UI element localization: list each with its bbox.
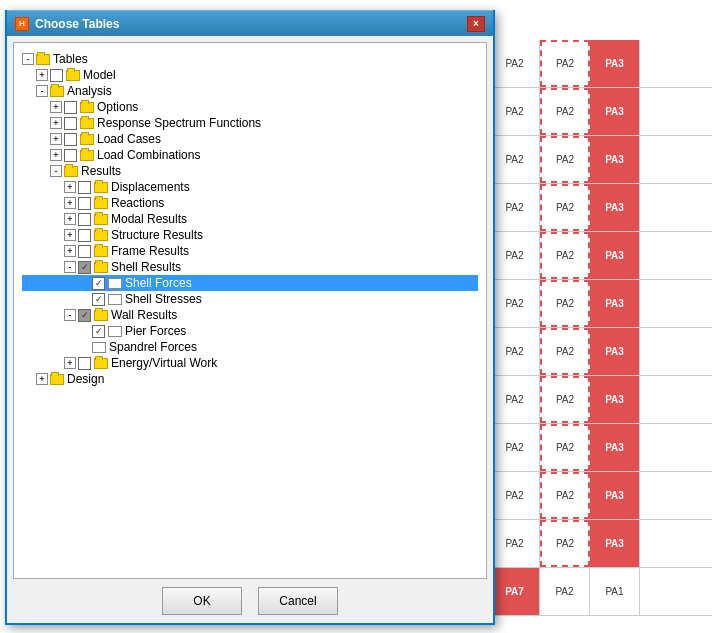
leaf-icon-spandrel-forces [92,342,106,353]
expand-btn-tables[interactable]: - [22,53,34,65]
checkbox-frame-results[interactable] [78,245,91,258]
spreadsheet-cell: PA2 [540,568,590,615]
spreadsheet-cell: PA2 [540,88,590,135]
folder-icon-displacements [94,182,108,193]
tree-container: -Tables+Model-Analysis+Options+Response … [13,42,487,579]
tree-item-shell-results[interactable]: -Shell Results [22,259,478,275]
spreadsheet-cell: PA3 [590,520,640,567]
spreadsheet-cell: PA2 [540,184,590,231]
expand-btn-load-cases[interactable]: + [50,133,62,145]
folder-icon-wall-results [94,310,108,321]
expand-btn-wall-results[interactable]: - [64,309,76,321]
tree-item-modal-results[interactable]: +Modal Results [22,211,478,227]
tree-label-wall-results: Wall Results [111,308,177,322]
tree-item-energy-virtual-work[interactable]: +Energy/Virtual Work [22,355,478,371]
spreadsheet-cell: PA2 [490,472,540,519]
spreadsheet-row: PA7PA2PA1 [490,568,712,616]
checkbox-reactions[interactable] [78,197,91,210]
tree-item-options[interactable]: +Options [22,99,478,115]
expand-btn-structure-results[interactable]: + [64,229,76,241]
checkbox-shell-forces[interactable] [92,277,105,290]
leaf-icon-shell-stresses [108,294,122,305]
dialog-title-bar: H Choose Tables × [7,10,493,36]
tree-label-shell-forces: Shell Forces [125,276,192,290]
tree-item-shell-forces[interactable]: Shell Forces [22,275,478,291]
checkbox-load-cases[interactable] [64,133,77,146]
checkbox-shell-results[interactable] [78,261,91,274]
tree-item-structure-results[interactable]: +Structure Results [22,227,478,243]
expand-btn-reactions[interactable]: + [64,197,76,209]
expand-btn-response-spectrum[interactable]: + [50,117,62,129]
checkbox-displacements[interactable] [78,181,91,194]
spreadsheet-row: PA2PA2PA3 [490,232,712,280]
checkbox-structure-results[interactable] [78,229,91,242]
spreadsheet-cell: PA2 [540,40,590,87]
spreadsheet-row: PA2PA2PA3 [490,424,712,472]
spreadsheet-cell: PA2 [540,328,590,375]
tree-item-results[interactable]: -Results [22,163,478,179]
spreadsheet-cell: PA3 [590,472,640,519]
ok-button[interactable]: OK [162,587,242,615]
tree-label-modal-results: Modal Results [111,212,187,226]
checkbox-modal-results[interactable] [78,213,91,226]
spreadsheet-cell: PA2 [490,328,540,375]
expand-btn-displacements[interactable]: + [64,181,76,193]
expand-btn-options[interactable]: + [50,101,62,113]
spreadsheet-cell: PA2 [540,136,590,183]
tree-label-model: Model [83,68,116,82]
checkbox-energy-virtual-work[interactable] [78,357,91,370]
tree-item-tables[interactable]: -Tables [22,51,478,67]
folder-icon-frame-results [94,246,108,257]
expand-btn-model[interactable]: + [36,69,48,81]
checkbox-load-combinations[interactable] [64,149,77,162]
spreadsheet-cell: PA2 [490,520,540,567]
folder-icon-model [66,70,80,81]
spreadsheet-cell: PA3 [590,328,640,375]
folder-icon-structure-results [94,230,108,241]
checkbox-wall-results[interactable] [78,309,91,322]
tree-item-pier-forces[interactable]: Pier Forces [22,323,478,339]
tree-item-reactions[interactable]: +Reactions [22,195,478,211]
tree-item-spandrel-forces[interactable]: Spandrel Forces [22,339,478,355]
spreadsheet-cell: PA2 [540,376,590,423]
tree-label-energy-virtual-work: Energy/Virtual Work [111,356,217,370]
tree-item-displacements[interactable]: +Displacements [22,179,478,195]
checkbox-pier-forces[interactable] [92,325,105,338]
dialog-footer: OK Cancel [7,579,493,623]
expand-btn-energy-virtual-work[interactable]: + [64,357,76,369]
checkbox-model[interactable] [50,69,63,82]
expand-btn-design[interactable]: + [36,373,48,385]
checkbox-shell-stresses[interactable] [92,293,105,306]
tree-item-response-spectrum[interactable]: +Response Spectrum Functions [22,115,478,131]
spreadsheet-cell: PA3 [590,184,640,231]
expand-btn-shell-results[interactable]: - [64,261,76,273]
expand-btn-load-combinations[interactable]: + [50,149,62,161]
tree-item-model[interactable]: +Model [22,67,478,83]
tree-label-reactions: Reactions [111,196,164,210]
tree-item-design[interactable]: +Design [22,371,478,387]
spreadsheet-cell: PA2 [540,472,590,519]
tree-item-load-cases[interactable]: +Load Cases [22,131,478,147]
cancel-button[interactable]: Cancel [258,587,338,615]
folder-icon-tables [36,54,50,65]
tree-item-wall-results[interactable]: -Wall Results [22,307,478,323]
folder-icon-results [64,166,78,177]
close-button[interactable]: × [467,16,485,32]
checkbox-response-spectrum[interactable] [64,117,77,130]
spreadsheet-row: PA2PA2PA3 [490,136,712,184]
checkbox-options[interactable] [64,101,77,114]
tree-item-analysis[interactable]: -Analysis [22,83,478,99]
tree-item-load-combinations[interactable]: +Load Combinations [22,147,478,163]
spreadsheet-row: PA2PA2PA3 [490,472,712,520]
spreadsheet-cell: PA3 [590,424,640,471]
expand-btn-results[interactable]: - [50,165,62,177]
leaf-icon-pier-forces [108,326,122,337]
expand-btn-modal-results[interactable]: + [64,213,76,225]
expand-btn-analysis[interactable]: - [36,85,48,97]
tree-item-frame-results[interactable]: +Frame Results [22,243,478,259]
expand-btn-frame-results[interactable]: + [64,245,76,257]
tree-item-shell-stresses[interactable]: Shell Stresses [22,291,478,307]
spreadsheet-cell: PA2 [490,184,540,231]
spreadsheet-cell: PA2 [540,520,590,567]
spreadsheet-cell: PA2 [490,232,540,279]
